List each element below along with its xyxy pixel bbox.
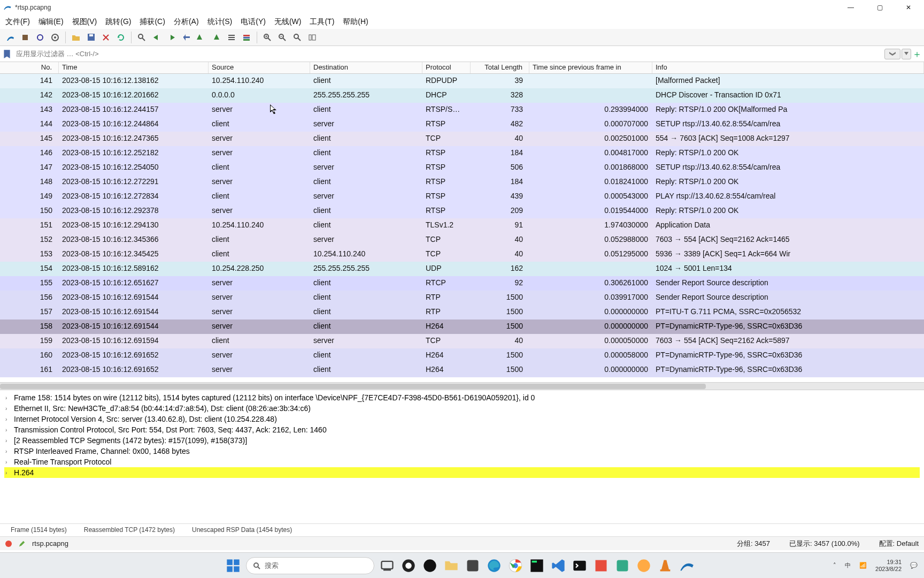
edge-icon[interactable] [487,558,502,573]
packet-list-horizontal-scrollbar[interactable] [0,382,924,390]
detail-h264[interactable]: ›H.264 [4,467,920,478]
packet-row[interactable]: 1432023-08-15 10:16:12.244157serverclien… [0,103,924,117]
find-icon[interactable] [135,31,149,44]
packet-row[interactable]: 1562023-08-15 10:16:12.691544serverclien… [0,291,924,305]
taskview-icon[interactable] [380,558,395,573]
start-button-icon[interactable] [226,558,241,573]
terminal-icon[interactable] [572,558,587,573]
wireshark-taskbar-icon[interactable] [679,558,694,573]
save-file-icon[interactable] [84,31,98,44]
window-close-button[interactable]: ✕ [896,0,921,15]
edit-capture-icon[interactable] [18,540,26,547]
bytes-tab-reassembled[interactable]: Reassembled TCP (1472 bytes) [81,525,178,535]
detail-reassembled[interactable]: ›[2 Reassembled TCP Segments (1472 bytes… [4,435,920,446]
bytes-tab-frame[interactable]: Frame (1514 bytes) [7,525,70,535]
filter-apply-button[interactable] [884,49,900,59]
bytes-tab-unescaped[interactable]: Unescaped RSP Data (1454 bytes) [189,525,295,535]
taskbar-search[interactable]: 搜索 [246,557,374,574]
detail-rtp[interactable]: ›Real-Time Transport Protocol [4,457,920,467]
go-forward-icon[interactable] [165,31,179,44]
menu-tools[interactable]: 工具(T) [310,17,334,27]
close-file-icon[interactable] [99,31,113,44]
packet-row[interactable]: 1462023-08-15 10:16:12.252182serverclien… [0,146,924,161]
expert-info-icon[interactable] [5,541,12,547]
zoom-out-icon[interactable] [275,31,289,44]
tray-chevron-icon[interactable]: ˄ [833,562,836,569]
packet-row[interactable]: 1532023-08-15 10:16:12.345425client10.25… [0,247,924,262]
packet-row[interactable]: 1602023-08-15 10:16:12.691652serverclien… [0,348,924,363]
menu-analyze[interactable]: 分析(A) [174,17,199,27]
app-generic-2-icon[interactable] [422,558,437,573]
packet-row[interactable]: 1472023-08-15 10:16:12.254050clientserve… [0,161,924,175]
detail-frame[interactable]: ›Frame 158: 1514 bytes on wire (12112 bi… [4,392,920,403]
pycharm-icon[interactable] [529,558,544,573]
menu-stats[interactable]: 统计(S) [207,17,233,27]
open-file-icon[interactable] [69,31,83,44]
column-protocol[interactable]: Protocol [422,62,471,73]
packet-row[interactable]: 1612023-08-15 10:16:12.691652serverclien… [0,363,924,377]
menu-tel[interactable]: 电话(Y) [241,17,266,27]
app-generic-3-icon[interactable] [465,558,480,573]
detail-tcp[interactable]: ›Transmission Control Protocol, Src Port… [4,424,920,435]
chrome-icon[interactable] [508,558,523,573]
packet-row[interactable]: 1592023-08-15 10:16:12.691594clientserve… [0,334,924,348]
app-generic-4-icon[interactable] [594,558,609,573]
window-minimize-button[interactable]: — [838,0,863,15]
app-generic-1-icon[interactable] [401,558,416,573]
go-back-icon[interactable] [150,31,164,44]
tray-notifications-icon[interactable]: 💬 [910,562,918,569]
packet-row[interactable]: 1552023-08-15 10:16:12.651627serverclien… [0,276,924,291]
menu-file[interactable]: 文件(F) [5,17,30,27]
packet-row[interactable]: 1492023-08-15 10:16:12.272834clientserve… [0,189,924,204]
window-maximize-button[interactable]: ▢ [867,0,892,15]
packet-row[interactable]: 1582023-08-15 10:16:12.691544serverclien… [0,320,924,334]
column-destination[interactable]: Destination [310,62,422,73]
packet-row[interactable]: 1522023-08-15 10:16:12.345366clientserve… [0,233,924,247]
capture-stop-icon[interactable] [18,31,32,44]
vlc-icon[interactable] [658,558,673,573]
menu-capture[interactable]: 捕获(C) [140,17,165,27]
go-first-icon[interactable] [195,31,209,44]
packet-row[interactable]: 1512023-08-15 10:16:12.29413010.254.110.… [0,218,924,233]
filter-history-button[interactable] [902,49,911,59]
colorize-icon[interactable] [240,31,253,44]
detail-ethernet[interactable]: ›Ethernet II, Src: NewH3CTe_d7:a8:54 (b0… [4,403,920,414]
packet-row[interactable]: 1542023-08-15 10:16:12.58916210.254.228.… [0,262,924,276]
menu-help[interactable]: 帮助(H) [343,17,368,27]
capture-options-icon[interactable] [48,31,62,44]
packet-row[interactable]: 1422023-08-15 10:16:12.2016620.0.0.0255.… [0,88,924,103]
column-info[interactable]: Info [652,62,924,73]
bookmark-filter-icon[interactable] [2,49,12,59]
menu-edit[interactable]: 编辑(E) [38,17,64,27]
zoom-reset-icon[interactable] [290,31,304,44]
vscode-icon[interactable] [551,558,566,573]
packet-row[interactable]: 1452023-08-15 10:16:12.247365serverclien… [0,132,924,146]
reload-icon[interactable] [114,31,128,44]
column-time[interactable]: Time [59,62,209,73]
capture-restart-icon[interactable] [33,31,47,44]
detail-ip[interactable]: ›Internet Protocol Version 4, Src: serve… [4,414,920,424]
detail-rtsp-interleaved[interactable]: ›RTSP Interleaved Frame, Channel: 0x00, … [4,446,920,457]
go-to-packet-icon[interactable] [180,31,194,44]
column-source[interactable]: Source [209,62,310,73]
menu-view[interactable]: 视图(V) [72,17,97,27]
packet-list-header[interactable]: No. Time Source Destination Protocol Tot… [0,62,924,74]
file-explorer-icon[interactable] [444,558,459,573]
packet-row[interactable]: 1482023-08-15 10:16:12.272291serverclien… [0,175,924,189]
column-delta[interactable]: Time since previous frame in [529,62,652,73]
auto-scroll-icon[interactable] [225,31,238,44]
tray-clock[interactable]: 19:31 2023/8/22 [875,559,902,573]
menu-go[interactable]: 跳转(G) [105,17,131,27]
filter-add-button[interactable]: ＋ [912,48,922,60]
tray-network-icon[interactable]: 📶 [859,562,867,569]
tray-ime-icon[interactable]: 中 [845,561,851,569]
app-generic-5-icon[interactable] [615,558,630,573]
capture-start-icon[interactable] [3,31,17,44]
packet-row[interactable]: 1502023-08-15 10:16:12.292378serverclien… [0,204,924,218]
packet-row[interactable]: 1412023-08-15 10:16:12.13816210.254.110.… [0,74,924,88]
system-tray[interactable]: ˄ 中 📶 19:31 2023/8/22 💬 [833,559,918,573]
status-profile[interactable]: 配置: Default [879,539,919,549]
column-length[interactable]: Total Length [471,62,529,73]
menu-wireless[interactable]: 无线(W) [274,17,302,27]
packet-details-pane[interactable]: ›Frame 158: 1514 bytes on wire (12112 bi… [0,390,924,523]
